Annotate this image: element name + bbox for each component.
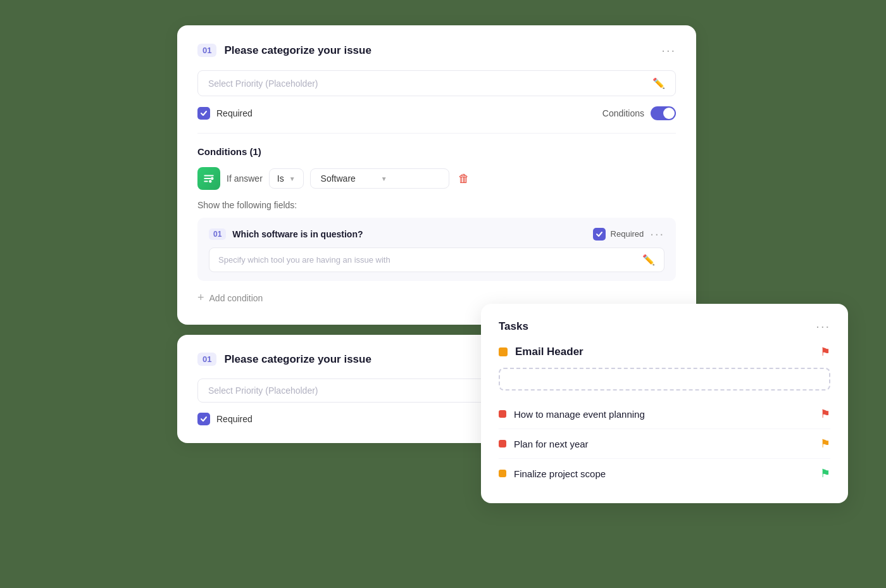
conditions-title: Conditions (1) [197, 146, 676, 157]
task-dot-1 [499, 410, 506, 418]
nested-pencil-icon[interactable]: ✏️ [642, 254, 655, 266]
required-checkbox-label: Required [197, 107, 253, 120]
required-checkbox[interactable] [197, 107, 210, 120]
nested-field-header: 01 Which software is in question? Requir… [209, 227, 664, 241]
task-name-1: How to manage event planning [514, 409, 813, 420]
priority-select[interactable]: Select Priority (Placeholder) ✏️ [197, 70, 676, 96]
value-text: Software [321, 173, 356, 184]
svg-point-1 [209, 180, 212, 183]
form-card-1: 01 Please categorize your issue ··· Sele… [177, 25, 696, 325]
operator-arrow: ▼ [289, 175, 296, 182]
task-item-3[interactable]: Finalize project scope ⚑ [499, 459, 830, 488]
value-arrow: ▼ [381, 175, 387, 182]
email-header-row: Email Header ⚑ [499, 345, 830, 359]
tasks-panel: Tasks ··· Email Header ⚑ How to manage e… [481, 304, 848, 503]
nested-step-badge: 01 [209, 228, 226, 240]
task-name-2: Plan for next year [514, 439, 813, 449]
conditions-toggle[interactable] [651, 106, 676, 120]
tasks-title: Tasks [499, 320, 528, 333]
nested-required-checkbox[interactable] [593, 228, 606, 241]
nested-more-options[interactable]: ··· [650, 227, 664, 241]
plus-icon: + [197, 291, 204, 304]
show-fields-label: Show the following fields: [197, 200, 676, 210]
more-options-button[interactable]: ··· [661, 43, 676, 58]
drop-placeholder [499, 368, 830, 391]
operator-dropdown[interactable]: Is ▼ [269, 168, 304, 189]
email-flag-icon: ⚑ [820, 345, 830, 359]
if-answer-label: If answer [227, 173, 263, 184]
value-dropdown[interactable]: Software ▼ [310, 168, 449, 189]
svg-point-0 [211, 177, 214, 180]
nested-field-card: 01 Which software is in question? Requir… [197, 218, 676, 281]
task-dot-2 [499, 440, 506, 447]
conditions-right: Conditions [602, 106, 676, 120]
step-badge-2: 01 [197, 353, 216, 366]
nested-required-label: Required [611, 229, 644, 239]
email-header-title: Email Header [515, 346, 813, 358]
task-name-3: Finalize project scope [514, 468, 813, 479]
priority-placeholder-2: Select Priority (Placeholder) [208, 385, 318, 396]
required-label-2: Required [216, 414, 253, 424]
priority-placeholder: Select Priority (Placeholder) [208, 78, 318, 89]
task-dot-3 [499, 470, 506, 477]
card-header-left: 01 Please categorize your issue [197, 44, 371, 57]
nested-placeholder: Specify which tool you are having an iss… [218, 255, 390, 265]
operator-value: Is [277, 173, 284, 184]
pencil-icon[interactable]: ✏️ [652, 77, 665, 89]
task-flag-2: ⚑ [820, 437, 830, 451]
card-title-1: Please categorize your issue [224, 44, 371, 57]
nested-field-title: Which software is in question? [232, 229, 586, 239]
required-checkbox-2[interactable] [197, 413, 210, 425]
card-title-2: Please categorize your issue [224, 353, 371, 366]
condition-row: If answer Is ▼ Software ▼ 🗑 [197, 167, 676, 190]
card-header-1: 01 Please categorize your issue ··· [197, 43, 676, 58]
nested-select-field[interactable]: Specify which tool you are having an iss… [209, 247, 664, 272]
task-item-2[interactable]: Plan for next year ⚑ [499, 429, 830, 459]
delete-condition-button[interactable]: 🗑 [458, 172, 470, 185]
required-label: Required [216, 108, 253, 118]
tasks-header: Tasks ··· [499, 319, 830, 334]
step-badge-1: 01 [197, 44, 216, 57]
nested-required-row: Required [593, 228, 644, 241]
email-dot [499, 347, 508, 356]
card2-header-left: 01 Please categorize your issue [197, 353, 371, 366]
task-flag-3: ⚑ [820, 466, 830, 480]
required-conditions-row: Required Conditions [197, 106, 676, 120]
tasks-more-options[interactable]: ··· [816, 319, 830, 334]
task-item-1[interactable]: How to manage event planning ⚑ [499, 399, 830, 429]
conditions-label: Conditions [602, 108, 644, 118]
task-flag-1: ⚑ [820, 407, 830, 421]
add-condition-label: Add condition [209, 293, 263, 303]
condition-icon [197, 167, 220, 190]
divider-1 [197, 133, 676, 134]
required-checkbox-label-2: Required [197, 413, 253, 425]
